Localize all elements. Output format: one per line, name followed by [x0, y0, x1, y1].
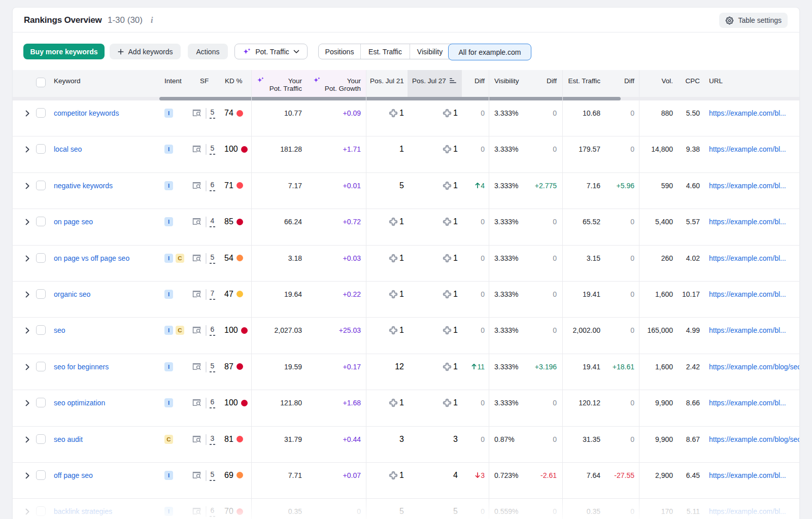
expand-row-chevron-icon[interactable] — [25, 110, 29, 116]
col-header-visibility[interactable]: Visibility — [494, 77, 519, 85]
row-checkbox[interactable] — [36, 181, 46, 190]
keyword-link[interactable]: seo for beginners — [54, 362, 109, 372]
sf-count[interactable]: 6 — [210, 181, 215, 191]
row-checkbox[interactable] — [36, 325, 46, 335]
intent-badge-C[interactable]: C — [164, 435, 173, 444]
row-checkbox[interactable] — [36, 434, 46, 444]
url-link[interactable]: https://example.com/bl... — [709, 325, 800, 335]
intent-badge-I[interactable]: I — [164, 217, 173, 226]
col-header-pos-jul21[interactable]: Pos. Jul 21 — [370, 77, 404, 85]
url-link[interactable]: https://example.com/bl... — [709, 506, 800, 516]
keyword-link[interactable]: backlink strategies — [54, 506, 112, 516]
sf-count[interactable]: 4 — [210, 217, 215, 227]
intent-badge-C[interactable]: C — [176, 254, 184, 263]
horizontal-scrollbar-track[interactable] — [13, 97, 799, 100]
sf-count[interactable]: 5 — [210, 108, 215, 119]
col-header-cpc[interactable]: CPC — [680, 77, 700, 85]
keyword-link[interactable]: off page seo — [54, 470, 93, 480]
info-icon[interactable]: i — [151, 8, 153, 32]
keyword-link[interactable]: on page vs off page seo — [54, 253, 129, 263]
keyword-link[interactable]: seo — [54, 325, 65, 335]
row-checkbox[interactable] — [36, 253, 46, 263]
intent-badge-C[interactable]: C — [176, 326, 184, 335]
col-header-url[interactable]: URL — [709, 77, 723, 85]
intent-badge-I[interactable]: I — [164, 398, 173, 407]
expand-row-chevron-icon[interactable] — [25, 219, 29, 225]
metric-dropdown[interactable]: Pot. Traffic — [234, 44, 308, 59]
col-header-est-traffic[interactable]: Est. Traffic — [566, 77, 600, 85]
row-checkbox[interactable] — [36, 144, 46, 154]
url-link[interactable]: https://example.com/bl... — [709, 217, 800, 227]
col-header-volume[interactable]: Vol. — [642, 77, 673, 85]
horizontal-scrollbar-thumb[interactable] — [159, 97, 621, 100]
sf-count[interactable]: 5 — [210, 144, 215, 155]
row-checkbox[interactable] — [36, 217, 46, 226]
intent-badge-I[interactable]: I — [164, 471, 173, 480]
keyword-link[interactable]: local seo — [54, 144, 82, 154]
expand-row-chevron-icon[interactable] — [25, 364, 29, 370]
intent-badge-I[interactable]: I — [164, 290, 173, 299]
col-header-diff2[interactable]: Diff — [525, 77, 557, 85]
keyword-link[interactable]: competitor keywords — [54, 108, 119, 118]
select-all-checkbox[interactable] — [36, 78, 46, 87]
segment-visibility[interactable]: Visibility — [410, 44, 450, 59]
expand-row-chevron-icon[interactable] — [25, 508, 29, 514]
intent-badge-I[interactable]: I — [164, 507, 173, 516]
expand-row-chevron-icon[interactable] — [25, 255, 29, 261]
sf-count[interactable]: 6 — [210, 506, 215, 517]
sf-count[interactable]: 5 — [210, 362, 215, 372]
url-link[interactable]: https://example.com/bl... — [709, 253, 800, 263]
expand-row-chevron-icon[interactable] — [25, 183, 29, 189]
expand-row-chevron-icon[interactable] — [25, 146, 29, 152]
keyword-link[interactable]: seo optimization — [54, 398, 105, 408]
col-header-pos-jul27[interactable]: Pos. Jul 27 — [412, 77, 446, 85]
row-checkbox[interactable] — [36, 470, 46, 480]
sf-count[interactable]: 5 — [210, 253, 215, 264]
intent-badge-I[interactable]: I — [164, 109, 173, 118]
buy-more-keywords-button[interactable]: Buy more keywords — [23, 44, 105, 59]
keyword-link[interactable]: on page seo — [54, 217, 93, 227]
url-link[interactable]: https://example.com/bl... — [709, 181, 800, 191]
intent-badge-I[interactable]: I — [164, 181, 173, 190]
sort-descending-icon[interactable] — [450, 78, 456, 84]
sf-count[interactable]: 5 — [210, 470, 215, 481]
actions-button[interactable]: Actions — [188, 44, 228, 59]
col-header-diff[interactable]: Diff — [464, 77, 485, 85]
col-header-pot-growth[interactable]: YourPot. Growth — [317, 77, 361, 92]
segment-all-for-domain[interactable]: All for example.com — [448, 44, 531, 60]
sf-count[interactable]: 7 — [210, 289, 215, 300]
url-link[interactable]: https://example.com/bl... — [709, 108, 800, 118]
col-header-sf[interactable]: SF — [200, 77, 209, 85]
segment-positions[interactable]: Positions — [319, 44, 360, 59]
row-checkbox[interactable] — [36, 289, 46, 299]
table-settings-button[interactable]: Table settings — [719, 13, 788, 28]
col-header-diff3[interactable]: Diff — [606, 77, 634, 85]
expand-row-chevron-icon[interactable] — [25, 400, 29, 406]
row-checkbox[interactable] — [36, 362, 46, 371]
row-checkbox[interactable] — [36, 398, 46, 407]
url-link[interactable]: https://example.com/bl... — [709, 144, 800, 154]
sf-count[interactable]: 3 — [210, 434, 215, 445]
keyword-link[interactable]: organic seo — [54, 289, 90, 299]
intent-badge-I[interactable]: I — [164, 326, 173, 335]
intent-badge-I[interactable]: I — [164, 254, 173, 263]
add-keywords-button[interactable]: Add keywords — [110, 44, 181, 59]
url-link[interactable]: https://example.com/bl... — [709, 398, 800, 408]
sf-count[interactable]: 6 — [210, 325, 215, 336]
keyword-link[interactable]: negative keywords — [54, 181, 113, 191]
col-header-pot-traffic[interactable]: YourPot. Traffic — [254, 77, 302, 92]
col-header-kd[interactable]: KD % — [225, 77, 243, 85]
url-link[interactable]: https://example.com/blog/seo-guide — [709, 362, 800, 372]
url-link[interactable]: https://example.com/bl... — [709, 289, 800, 299]
col-header-intent[interactable]: Intent — [164, 77, 182, 85]
url-link[interactable]: https://example.com/blog/seo-audit — [709, 434, 800, 444]
expand-row-chevron-icon[interactable] — [25, 327, 29, 333]
row-checkbox[interactable] — [36, 108, 46, 118]
row-checkbox[interactable] — [36, 506, 46, 516]
sf-count[interactable]: 6 — [210, 398, 215, 408]
url-link[interactable]: https://example.com/bl... — [709, 470, 800, 480]
col-header-keyword[interactable]: Keyword — [54, 77, 81, 85]
intent-badge-I[interactable]: I — [164, 145, 173, 154]
expand-row-chevron-icon[interactable] — [25, 472, 29, 478]
expand-row-chevron-icon[interactable] — [25, 436, 29, 442]
